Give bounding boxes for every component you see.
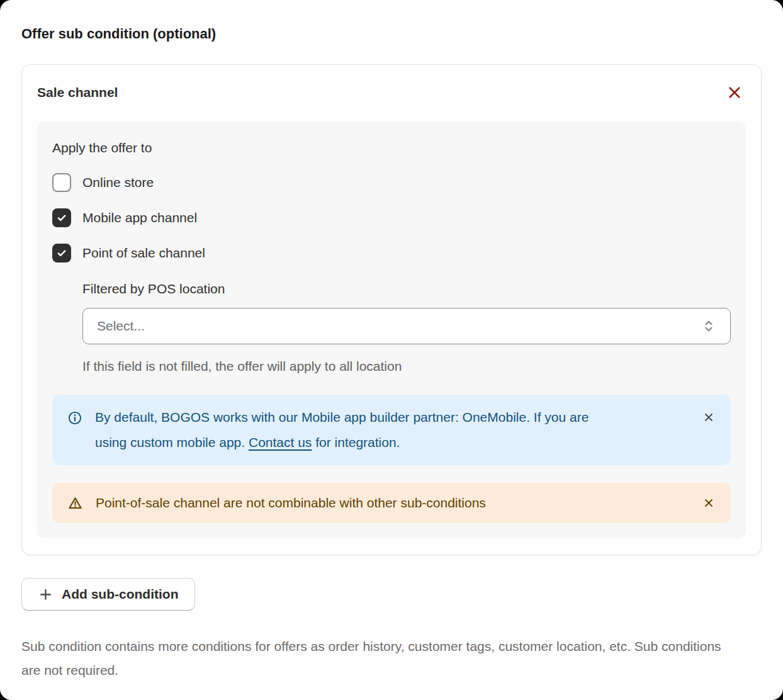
checkbox-row-mobile-app-channel[interactable]: Mobile app channel [52, 208, 197, 227]
pos-location-block: Filtered by POS location Select... If th… [82, 280, 731, 376]
check-icon [55, 247, 68, 259]
checkbox-mobile-app-channel[interactable] [52, 208, 71, 227]
add-sub-condition-button[interactable]: Add sub-condition [21, 578, 195, 611]
checkbox-label: Point of sale channel [82, 244, 205, 262]
page-title: Offer sub condition (optional) [21, 0, 762, 43]
dismiss-info-banner-button[interactable] [702, 410, 716, 424]
sale-channel-panel: Apply the offer to Online store Mobile a… [37, 121, 746, 538]
warning-banner: Point-of-sale channel are not combinable… [52, 483, 731, 523]
warning-banner-text: Point-of-sale channel are not combinable… [96, 493, 689, 513]
sale-channel-card: Sale channel Apply the offer to Online s… [21, 64, 762, 555]
checkbox-online-store[interactable] [52, 173, 71, 192]
select-placeholder: Select... [97, 319, 145, 334]
checkbox-label: Mobile app channel [82, 208, 197, 227]
offer-sub-condition-section: Offer sub condition (optional) Sale chan… [0, 0, 783, 700]
pos-helper-text: If this field is not filled, the offer w… [82, 357, 731, 376]
info-banner: By default, BOGOS works with our Mobile … [52, 395, 731, 465]
pos-location-select[interactable]: Select... [82, 308, 731, 344]
card-header: Sale channel [37, 84, 746, 101]
info-icon [67, 410, 82, 426]
info-banner-text: By default, BOGOS works with our Mobile … [95, 405, 624, 455]
sub-condition-description: Sub condition contains more conditions f… [21, 635, 726, 682]
check-icon [55, 212, 68, 224]
dismiss-warning-banner-button[interactable] [702, 496, 716, 510]
close-icon [726, 84, 743, 101]
plus-icon [38, 587, 53, 602]
remove-condition-button[interactable] [726, 84, 743, 101]
card-title: Sale channel [37, 84, 118, 101]
checkbox-label: Online store [82, 173, 154, 192]
checkbox-row-point-of-sale-channel[interactable]: Point of sale channel [52, 244, 205, 262]
add-sub-condition-label: Add sub-condition [62, 587, 178, 602]
checkbox-row-online-store[interactable]: Online store [52, 173, 154, 192]
checkbox-point-of-sale-channel[interactable] [52, 244, 71, 262]
warning-icon [67, 495, 83, 511]
close-icon [702, 411, 715, 424]
close-icon [702, 497, 715, 509]
pos-location-label: Filtered by POS location [82, 280, 731, 298]
contact-us-link[interactable]: Contact us [249, 435, 312, 449]
updown-chevron-icon [701, 319, 716, 334]
apply-offer-label: Apply the offer to [52, 139, 731, 157]
